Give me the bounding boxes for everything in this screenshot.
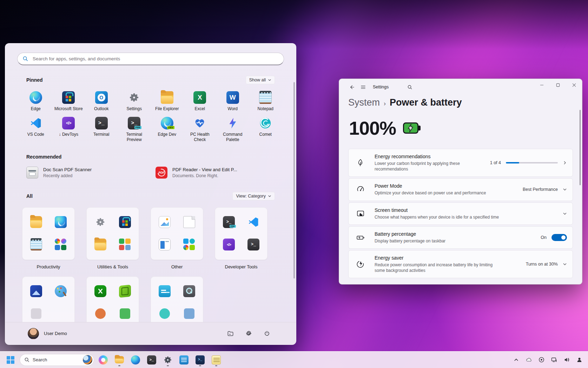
category-card-row2-1[interactable]: [22, 276, 75, 322]
category-card-other[interactable]: [151, 207, 203, 260]
battery-percentage-toggle[interactable]: [551, 234, 567, 241]
taskbar-terminal-button[interactable]: >_: [145, 353, 159, 367]
pinned-app-excel[interactable]: X Excel: [184, 88, 217, 113]
settings-scrollbar[interactable]: [580, 110, 581, 185]
category-label-utilities-tools: Utilities & Tools: [86, 264, 139, 269]
recommended-subtitle: Recently added: [43, 173, 92, 178]
breadcrumb-system[interactable]: System: [348, 97, 380, 108]
setting-card-battery-percentage[interactable]: Battery percentage Display battery perce…: [348, 226, 573, 249]
vs-code-icon: [29, 117, 42, 129]
gear-icon: [94, 216, 106, 228]
pinned-app-label: Comet: [259, 132, 272, 137]
start-menu-scrollbar[interactable]: [293, 82, 295, 279]
vs-code-icon: [247, 216, 259, 228]
cloud-icon: [526, 357, 532, 363]
energy-recommendations-progress: [506, 162, 558, 163]
pinned-app-file-explorer[interactable]: File Explorer: [151, 88, 184, 113]
start-search-box[interactable]: [17, 53, 284, 65]
show-all-button[interactable]: Show all: [246, 76, 275, 84]
user-profile-button[interactable]: User Demo: [28, 328, 67, 339]
category-label-other: Other: [151, 264, 203, 269]
tray-show-hidden-icons-button[interactable]: [510, 354, 522, 366]
settings-titlebar: Settings: [339, 79, 582, 95]
devtoys-icon: </>: [62, 117, 75, 129]
setting-card-power-mode[interactable]: Power Mode Optimize your device based on…: [348, 178, 573, 201]
recommended-subtitle: Documents. Done Right.: [172, 173, 237, 178]
tray-weather-button[interactable]: [523, 354, 535, 366]
category-card-developer-tools[interactable]: >_PRE </> >_: [215, 207, 267, 260]
recommended-title: Doc Scan PDF Scanner: [43, 167, 92, 172]
pinned-section-title: Pinned: [26, 77, 43, 83]
copilot-icon: [99, 355, 108, 364]
taskbar-search-label: Search: [33, 357, 83, 362]
recommended-item-doc-scan[interactable]: Doc Scan PDF Scanner Recently added: [21, 164, 151, 181]
pinned-app-label: VS Code: [27, 132, 44, 137]
recommended-section-title: Recommended: [26, 154, 61, 160]
pinned-app-word[interactable]: W Word: [216, 88, 249, 113]
taskbar-settings-button[interactable]: [161, 353, 175, 367]
folder-icon: [227, 330, 234, 337]
pinned-app-terminal-preview[interactable]: >_PRE Terminal Preview: [118, 113, 151, 144]
tray-people-button[interactable]: [573, 354, 585, 366]
setting-card-energy-saver[interactable]: Energy saver Reduce power consumption an…: [348, 250, 573, 278]
category-card-utilities-tools[interactable]: [86, 207, 139, 260]
maximize-button[interactable]: [550, 79, 566, 91]
start-button[interactable]: [4, 353, 18, 367]
card-subtitle: Reduce power consumption and increase ba…: [375, 262, 501, 273]
outlook-icon: O: [95, 91, 108, 104]
settings-search-button[interactable]: [404, 82, 415, 92]
category-card-productivity[interactable]: [22, 207, 75, 260]
pinned-app-label: Word: [228, 106, 238, 111]
paint-icon: [55, 285, 67, 297]
taskbar-file-explorer-button[interactable]: [112, 353, 126, 367]
pinned-app-microsoft-store[interactable]: Microsoft Store: [52, 88, 85, 113]
pinned-app-command-palette[interactable]: Command Palette: [216, 113, 249, 144]
back-button[interactable]: [346, 82, 357, 92]
tray-game-bar-button[interactable]: [535, 354, 547, 366]
view-category-button[interactable]: View: Category: [232, 192, 275, 200]
pinned-app-pc-health-check[interactable]: PC Health Check: [184, 113, 217, 144]
pinned-app-edge-dev[interactable]: DEV Edge Dev: [151, 113, 184, 144]
battery-charging-icon: [403, 122, 421, 134]
recommended-item-pdf-reader[interactable]: PDF PDF Reader - View and Edit P... Docu…: [151, 164, 280, 181]
power-button[interactable]: [260, 327, 273, 340]
settings-button[interactable]: [242, 327, 255, 340]
energy-saver-value: Turns on at 30%: [526, 262, 558, 267]
navigation-menu-button[interactable]: [357, 82, 369, 92]
edge-icon: [29, 91, 42, 104]
minimize-button[interactable]: [534, 79, 550, 91]
magnifier-icon: [183, 285, 195, 297]
card-title: Energy recommendations: [375, 154, 485, 159]
pinned-app-comet[interactable]: Comet: [249, 113, 282, 144]
taskbar-edge-button[interactable]: [128, 353, 143, 367]
pinned-app-edge[interactable]: Edge: [19, 88, 52, 113]
taskbar-search[interactable]: Search: [20, 354, 94, 366]
taskbar-copilot-button[interactable]: [96, 353, 110, 367]
pinned-app-terminal[interactable]: >_ Terminal: [85, 113, 118, 144]
tray-network-button[interactable]: [548, 354, 560, 366]
word-icon: W: [226, 91, 239, 104]
pinned-app-label: Notepad: [258, 106, 273, 111]
category-card-row2-2[interactable]: [86, 276, 139, 322]
setting-card-energy-recommendations[interactable]: Energy recommendations Lower your carbon…: [348, 149, 573, 177]
battery-icon: [356, 233, 365, 242]
taskbar-notepad-button[interactable]: [209, 353, 223, 367]
category-card-row2-3[interactable]: [151, 276, 203, 322]
close-button[interactable]: [566, 79, 582, 91]
notepad-icon: [30, 239, 42, 250]
pinned-app-vs-code[interactable]: VS Code: [19, 113, 52, 144]
pinned-app-notepad[interactable]: Notepad: [249, 88, 282, 113]
settings-gear-icon: [128, 91, 140, 104]
pinned-app-devtoys[interactable]: </> ↓ DevToys: [52, 113, 85, 144]
setting-card-screen-timeout[interactable]: Screen timeout Choose what happens when …: [348, 202, 573, 225]
pinned-app-settings[interactable]: Settings: [118, 88, 151, 113]
speaker-icon: [564, 357, 570, 363]
start-search-input[interactable]: [32, 56, 279, 62]
tray-volume-button[interactable]: [561, 354, 573, 366]
taskbar-console-window-button[interactable]: >_: [193, 353, 207, 367]
settings-cards: Energy recommendations Lower your carbon…: [339, 139, 582, 278]
pinned-app-outlook[interactable]: O Outlook: [85, 88, 118, 113]
screen-timeout-icon: [356, 209, 365, 218]
taskbar-notes-app-button[interactable]: [177, 353, 191, 367]
documents-folder-button[interactable]: [224, 327, 237, 340]
